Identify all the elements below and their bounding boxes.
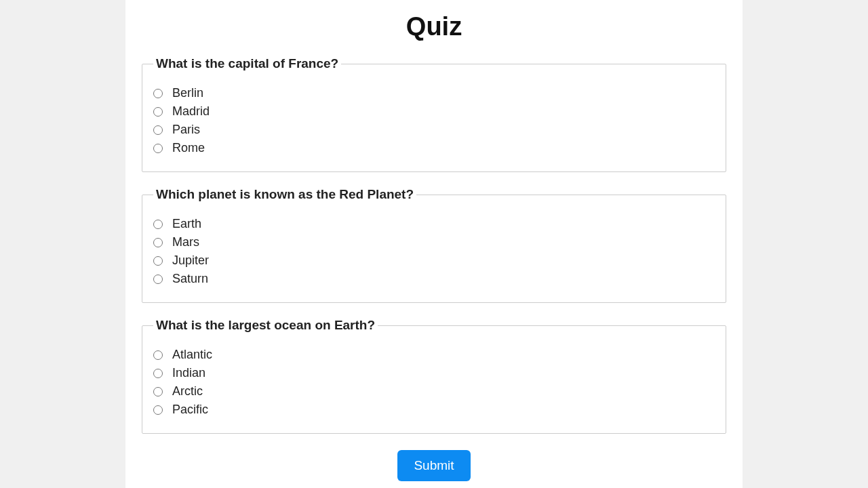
question-2: Which planet is known as the Red Planet?…: [142, 187, 726, 303]
question-1-option-2[interactable]: Paris: [153, 123, 715, 137]
question-2-option-0[interactable]: Earth: [153, 217, 715, 231]
question-3-option-3-label: Pacific: [172, 403, 208, 417]
question-1-option-1[interactable]: Madrid: [153, 104, 715, 119]
question-1-radio-0[interactable]: [153, 89, 163, 98]
question-1-option-1-label: Madrid: [172, 104, 210, 119]
question-2-radio-0[interactable]: [153, 220, 163, 229]
question-3-radio-0[interactable]: [153, 350, 163, 360]
question-3-option-1[interactable]: Indian: [153, 366, 715, 380]
question-2-option-3[interactable]: Saturn: [153, 272, 715, 286]
question-3-radio-3[interactable]: [153, 405, 163, 415]
question-2-option-1[interactable]: Mars: [153, 235, 715, 249]
question-3-option-3[interactable]: Pacific: [153, 403, 715, 417]
question-1-radio-1[interactable]: [153, 107, 163, 117]
question-2-radio-2[interactable]: [153, 256, 163, 266]
question-2-option-3-label: Saturn: [172, 272, 208, 286]
question-1-option-2-label: Paris: [172, 123, 200, 137]
question-3-option-0-label: Atlantic: [172, 348, 212, 362]
question-3-radio-1[interactable]: [153, 369, 163, 378]
question-2-option-2-label: Jupiter: [172, 253, 209, 268]
quiz-card: Quiz What is the capital of France? Berl…: [125, 0, 743, 488]
question-1-option-3[interactable]: Rome: [153, 141, 715, 155]
question-3-radio-2[interactable]: [153, 387, 163, 396]
question-1-option-0[interactable]: Berlin: [153, 86, 715, 100]
question-2-option-1-label: Mars: [172, 235, 199, 249]
question-2-radio-1[interactable]: [153, 238, 163, 247]
question-3-option-1-label: Indian: [172, 366, 205, 380]
question-1-text: What is the capital of France?: [153, 56, 341, 71]
question-2-radio-3[interactable]: [153, 274, 163, 284]
question-3-text: What is the largest ocean on Earth?: [153, 318, 378, 333]
submit-button[interactable]: Submit: [397, 450, 470, 481]
question-1-radio-3[interactable]: [153, 144, 163, 153]
question-2-option-0-label: Earth: [172, 217, 201, 231]
page-title: Quiz: [142, 12, 726, 41]
question-3-option-2[interactable]: Arctic: [153, 384, 715, 399]
question-1-option-3-label: Rome: [172, 141, 205, 155]
question-2-option-2[interactable]: Jupiter: [153, 253, 715, 268]
submit-wrap: Submit: [142, 450, 726, 481]
question-3-option-2-label: Arctic: [172, 384, 203, 399]
question-1-option-0-label: Berlin: [172, 86, 203, 100]
question-2-text: Which planet is known as the Red Planet?: [153, 187, 416, 202]
question-1-radio-2[interactable]: [153, 125, 163, 135]
question-3: What is the largest ocean on Earth? Atla…: [142, 318, 726, 434]
question-3-option-0[interactable]: Atlantic: [153, 348, 715, 362]
question-1: What is the capital of France? Berlin Ma…: [142, 56, 726, 172]
